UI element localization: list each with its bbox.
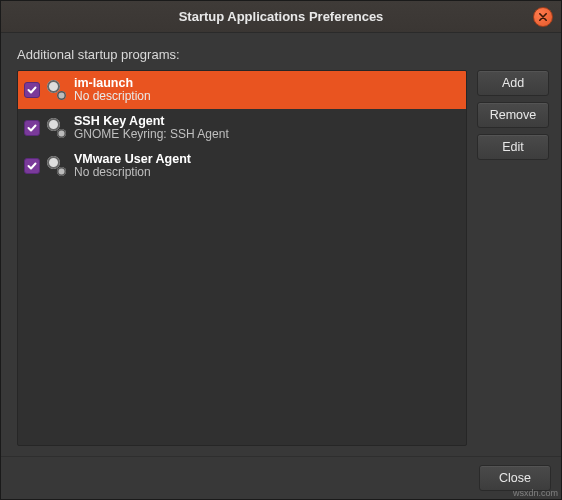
- list-item[interactable]: VMware User AgentNo description: [18, 147, 466, 185]
- section-label: Additional startup programs:: [17, 47, 549, 62]
- enabled-checkbox[interactable]: [24, 82, 40, 98]
- add-button[interactable]: Add: [477, 70, 549, 96]
- gears-icon: [46, 117, 68, 139]
- footer: Close: [1, 456, 561, 499]
- main-row: im-launchNo descriptionSSH Key AgentGNOM…: [17, 70, 549, 446]
- program-description: No description: [74, 90, 151, 104]
- gears-icon: [46, 155, 68, 177]
- close-button[interactable]: Close: [479, 465, 551, 491]
- program-name: SSH Key Agent: [74, 114, 229, 128]
- program-description: No description: [74, 166, 191, 180]
- check-icon: [27, 161, 37, 171]
- row-text: im-launchNo description: [74, 76, 151, 104]
- edit-button[interactable]: Edit: [477, 134, 549, 160]
- enabled-checkbox[interactable]: [24, 120, 40, 136]
- enabled-checkbox[interactable]: [24, 158, 40, 174]
- startup-programs-list[interactable]: im-launchNo descriptionSSH Key AgentGNOM…: [17, 70, 467, 446]
- row-text: VMware User AgentNo description: [74, 152, 191, 180]
- program-name: im-launch: [74, 76, 151, 90]
- side-buttons: Add Remove Edit: [477, 70, 549, 446]
- program-description: GNOME Keyring: SSH Agent: [74, 128, 229, 142]
- preferences-window: Startup Applications Preferences Additio…: [0, 0, 562, 500]
- content-area: Additional startup programs: im-launchNo…: [1, 33, 561, 456]
- remove-button[interactable]: Remove: [477, 102, 549, 128]
- close-icon: [539, 13, 547, 21]
- list-item[interactable]: SSH Key AgentGNOME Keyring: SSH Agent: [18, 109, 466, 147]
- row-text: SSH Key AgentGNOME Keyring: SSH Agent: [74, 114, 229, 142]
- window-title: Startup Applications Preferences: [179, 9, 384, 24]
- check-icon: [27, 85, 37, 95]
- window-close-button[interactable]: [533, 7, 553, 27]
- list-item[interactable]: im-launchNo description: [18, 71, 466, 109]
- titlebar: Startup Applications Preferences: [1, 1, 561, 33]
- check-icon: [27, 123, 37, 133]
- gears-icon: [46, 79, 68, 101]
- program-name: VMware User Agent: [74, 152, 191, 166]
